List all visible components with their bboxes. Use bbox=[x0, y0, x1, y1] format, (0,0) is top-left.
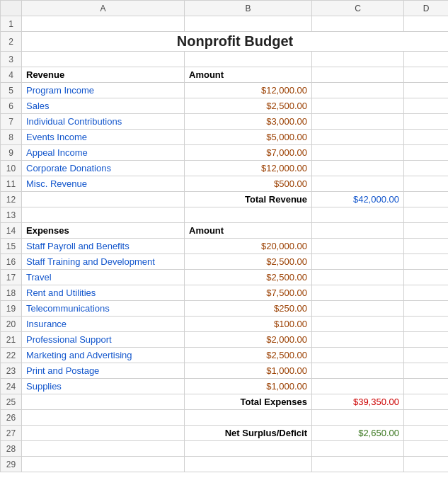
total-revenue-d bbox=[404, 192, 449, 207]
empty-a bbox=[22, 52, 185, 67]
data-c bbox=[312, 363, 404, 379]
row-number: 1 bbox=[1, 16, 22, 32]
data-c bbox=[312, 301, 404, 317]
table-row: 15Staff Payroll and Benefits$20,000.00 bbox=[1, 239, 449, 254]
data-c bbox=[312, 83, 404, 98]
empty-d bbox=[404, 441, 449, 457]
section-header-amount: Amount bbox=[185, 67, 312, 83]
data-d bbox=[404, 114, 449, 130]
data-label: Appeal Income bbox=[22, 145, 185, 161]
spreadsheet-title: Nonprofit Budget bbox=[22, 32, 449, 52]
table-row: 19Telecommunications$250.00 bbox=[1, 301, 449, 317]
data-d bbox=[404, 161, 449, 176]
data-amount: $2,500.00 bbox=[185, 254, 312, 270]
row-number: 25 bbox=[1, 394, 22, 410]
data-label: Telecommunications bbox=[22, 301, 185, 317]
data-label: Corporate Donations bbox=[22, 161, 185, 176]
empty-b bbox=[185, 457, 312, 472]
empty-b bbox=[185, 441, 312, 457]
net-label: Net Surplus/Deficit bbox=[185, 426, 312, 441]
total-expenses-amount: $39,350.00 bbox=[312, 394, 404, 410]
data-label: Program Income bbox=[22, 83, 185, 98]
empty-b bbox=[185, 207, 312, 223]
empty-c bbox=[312, 52, 404, 67]
table-row: 5Program Income$12,000.00 bbox=[1, 83, 449, 98]
data-c bbox=[312, 114, 404, 130]
data-amount: $1,000.00 bbox=[185, 379, 312, 394]
data-amount: $7,500.00 bbox=[185, 285, 312, 301]
table-row: 10Corporate Donations$12,000.00 bbox=[1, 161, 449, 176]
data-c bbox=[312, 130, 404, 145]
col-header-a: A bbox=[22, 1, 185, 16]
row-number: 28 bbox=[1, 441, 22, 457]
column-headers: A B C D bbox=[1, 1, 449, 16]
col-header-b: B bbox=[185, 1, 312, 16]
data-d bbox=[404, 285, 449, 301]
section-header-d bbox=[404, 223, 449, 239]
data-d bbox=[404, 145, 449, 161]
data-d bbox=[404, 270, 449, 285]
table-row: 6Sales$2,500.00 bbox=[1, 98, 449, 114]
empty-d bbox=[404, 16, 449, 32]
empty-a bbox=[22, 207, 185, 223]
data-c bbox=[312, 379, 404, 394]
data-label: Misc. Revenue bbox=[22, 176, 185, 192]
empty-c bbox=[312, 410, 404, 426]
data-label: Staff Payroll and Benefits bbox=[22, 239, 185, 254]
data-c bbox=[312, 98, 404, 114]
table-row: 22Marketing and Advertising$2,500.00 bbox=[1, 348, 449, 363]
data-c bbox=[312, 285, 404, 301]
data-d bbox=[404, 363, 449, 379]
data-d bbox=[404, 98, 449, 114]
row-number: 7 bbox=[1, 114, 22, 130]
data-d bbox=[404, 301, 449, 317]
data-label: Staff Training and Development bbox=[22, 254, 185, 270]
data-c bbox=[312, 348, 404, 363]
row-number: 13 bbox=[1, 207, 22, 223]
empty-d bbox=[404, 207, 449, 223]
data-label: Print and Postage bbox=[22, 363, 185, 379]
row-number: 14 bbox=[1, 223, 22, 239]
data-d bbox=[404, 348, 449, 363]
empty-b bbox=[185, 16, 312, 32]
empty-c bbox=[312, 207, 404, 223]
row-number: 26 bbox=[1, 410, 22, 426]
data-amount: $1,000.00 bbox=[185, 363, 312, 379]
data-amount: $20,000.00 bbox=[185, 239, 312, 254]
row-number: 6 bbox=[1, 98, 22, 114]
row-number: 18 bbox=[1, 285, 22, 301]
row-number: 3 bbox=[1, 52, 22, 67]
data-amount: $2,500.00 bbox=[185, 348, 312, 363]
data-d bbox=[404, 332, 449, 348]
data-amount: $100.00 bbox=[185, 317, 312, 332]
data-amount: $7,000.00 bbox=[185, 145, 312, 161]
table-row: 14ExpensesAmount bbox=[1, 223, 449, 239]
table-row: 28 bbox=[1, 441, 449, 457]
data-label: Marketing and Advertising bbox=[22, 348, 185, 363]
data-d bbox=[404, 239, 449, 254]
section-header-amount: Amount bbox=[185, 223, 312, 239]
data-c bbox=[312, 161, 404, 176]
data-amount: $500.00 bbox=[185, 176, 312, 192]
empty-d bbox=[404, 457, 449, 472]
data-amount: $2,500.00 bbox=[185, 98, 312, 114]
data-c bbox=[312, 254, 404, 270]
table-row: 16Staff Training and Development$2,500.0… bbox=[1, 254, 449, 270]
col-header-d: D bbox=[404, 1, 449, 16]
table-row: 4RevenueAmount bbox=[1, 67, 449, 83]
data-amount: $12,000.00 bbox=[185, 161, 312, 176]
data-amount: $3,000.00 bbox=[185, 114, 312, 130]
data-d bbox=[404, 83, 449, 98]
net-amount: $2,650.00 bbox=[312, 426, 404, 441]
empty-d bbox=[404, 410, 449, 426]
row-number: 4 bbox=[1, 67, 22, 83]
row-number: 22 bbox=[1, 348, 22, 363]
data-d bbox=[404, 317, 449, 332]
table-row: 7Individual Contributions$3,000.00 bbox=[1, 114, 449, 130]
empty-a bbox=[22, 457, 185, 472]
total-revenue-label: Total Revenue bbox=[185, 192, 312, 207]
row-number: 21 bbox=[1, 332, 22, 348]
table-row: 2Nonprofit Budget bbox=[1, 32, 449, 52]
spreadsheet: A B C D 12Nonprofit Budget34RevenueAmoun… bbox=[0, 0, 448, 472]
section-header-label: Revenue bbox=[22, 67, 185, 83]
